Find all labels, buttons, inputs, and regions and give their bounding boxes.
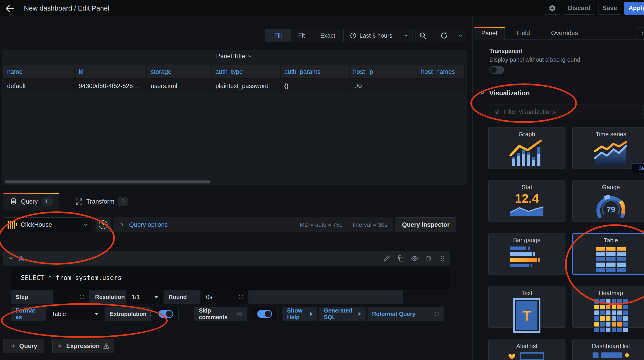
collapse-pane-button[interactable] [636, 27, 644, 39]
skip-comments-text: Skip comments [199, 307, 234, 321]
resolution-select[interactable]: 1/1 [127, 290, 163, 304]
table-icon [573, 247, 644, 272]
stat-sample-value: 12.4 [489, 191, 565, 205]
gauge-icon: 79 [594, 192, 628, 218]
step-row-filler [250, 290, 403, 304]
panel-settings-button[interactable] [545, 1, 560, 15]
info-icon[interactable] [236, 311, 242, 317]
resolution-value: 1/1 [132, 294, 140, 301]
time-range-picker[interactable]: Last 6 hours [346, 29, 412, 42]
options-sidebar: Panel Field Overrides Transparent Displa… [473, 16, 644, 360]
tab-panel[interactable]: Panel [474, 27, 504, 40]
datasource-name: ClickHouse [21, 221, 52, 228]
transform-count-badge: 0 [118, 197, 128, 206]
column-header-storage[interactable]: storage [147, 65, 212, 78]
chevron-down-icon[interactable] [8, 255, 14, 261]
query-actions [383, 255, 446, 262]
viz-card-graph[interactable]: Graph [488, 127, 566, 169]
datasource-help-button[interactable]: ? [96, 217, 111, 232]
show-help-button[interactable]: Show Help [282, 307, 318, 321]
cell-host-ip: ::/0 [350, 78, 418, 93]
generated-sql-button[interactable]: Generated SQL [319, 307, 366, 321]
save-button[interactable]: Save [598, 1, 621, 15]
filter-visualizations-input[interactable] [504, 108, 640, 116]
skip-comments-toggle[interactable] [257, 310, 272, 318]
edit-query-button[interactable] [383, 255, 390, 262]
pencil-icon [383, 255, 390, 262]
delete-query-button[interactable] [425, 255, 432, 262]
tab-overrides[interactable]: Overrides [546, 27, 583, 40]
info-icon[interactable] [434, 311, 440, 317]
refresh-button[interactable] [433, 29, 455, 42]
triangle-right-icon [310, 312, 313, 316]
tab-query[interactable]: Query 1 [4, 193, 59, 210]
exact-mode-button[interactable]: Exact [312, 29, 343, 42]
back-button[interactable] [4, 3, 15, 14]
format-as-select[interactable]: Table [47, 307, 103, 321]
step-input[interactable] [54, 290, 90, 304]
step-label: Step [11, 290, 53, 304]
viz-card-label: Bar gauge [489, 237, 565, 244]
extrapolation-toggle[interactable] [158, 310, 173, 318]
viz-card-alert-list[interactable]: Alert list [488, 339, 566, 360]
max-data-points-text: MD = auto = 751 [300, 221, 342, 228]
column-header-host-names[interactable]: host_names [417, 65, 465, 78]
info-icon[interactable] [238, 294, 244, 300]
query-row-header[interactable]: A [3, 251, 450, 266]
discard-button[interactable]: Discard [563, 1, 595, 15]
drag-dots-icon [439, 255, 446, 262]
column-header-host-ip[interactable]: host_ip [350, 65, 418, 78]
fit-mode-button[interactable]: Fit [291, 29, 312, 42]
add-query-button[interactable]: Query [3, 339, 44, 353]
viz-card-bar-gauge[interactable]: Bar gauge [488, 233, 566, 275]
cell-host-names [417, 78, 465, 93]
info-icon[interactable] [79, 294, 85, 300]
datasource-picker[interactable]: ClickHouse [3, 217, 93, 232]
generated-sql-text: Generated SQL [324, 307, 357, 321]
apply-button[interactable]: Apply [624, 1, 644, 15]
add-query-label: Query [19, 343, 37, 350]
reformat-query-button[interactable]: Reformat Query [368, 307, 444, 321]
chevron-right-icon[interactable] [120, 222, 125, 227]
transparent-toggle[interactable] [490, 66, 504, 74]
drag-handle[interactable] [439, 255, 446, 262]
text-icon: T [489, 298, 565, 333]
horizontal-scrollbar[interactable] [5, 180, 210, 183]
triangle-right-icon [358, 312, 361, 316]
toggle-visibility-button[interactable] [411, 255, 418, 262]
column-header-id[interactable]: id [75, 65, 147, 78]
cell-auth-params: {} [281, 78, 350, 93]
clickhouse-logo-icon [8, 221, 17, 229]
viz-card-time-series[interactable]: Time series Beta [572, 127, 644, 169]
sql-editor[interactable]: SELECT * from system.users [11, 268, 450, 291]
refresh-interval-dropdown[interactable] [455, 29, 466, 42]
viz-card-stat[interactable]: Stat 12.4 [488, 180, 566, 222]
cell-id: 94309d50-4f52-525… [75, 78, 147, 93]
column-header-auth-type[interactable]: auth_type [212, 65, 281, 78]
visualization-section-header[interactable]: Visualization [479, 89, 530, 97]
column-header-name[interactable]: name [4, 65, 75, 78]
duplicate-query-button[interactable] [397, 255, 404, 262]
fill-mode-button[interactable]: Fill [265, 29, 291, 42]
chevron-down-icon [479, 90, 485, 97]
tab-transform[interactable]: Transform 0 [69, 193, 134, 210]
zoom-out-time-button[interactable] [415, 29, 430, 42]
query-inspector-button[interactable]: Query inspector [396, 217, 456, 232]
viz-card-gauge[interactable]: Gauge 79 [572, 180, 644, 222]
plus-icon [57, 343, 63, 349]
round-input[interactable]: 0s [201, 290, 248, 304]
viz-card-text[interactable]: Text T [488, 286, 566, 328]
panel-title-menu[interactable]: Panel Title [2, 50, 467, 62]
text-icon-letter: T [522, 308, 531, 324]
query-step-row: Step Resolution 1/1 Round 0s [0, 290, 468, 304]
alert-list-icon [507, 352, 546, 360]
panel-size-mode-group: Fill Fit Exact [265, 29, 344, 42]
tab-field[interactable]: Field [510, 27, 537, 40]
query-options-toggle[interactable]: Query options [129, 221, 168, 228]
viz-card-table[interactable]: Table [572, 233, 644, 275]
add-expression-button[interactable]: Expression [52, 339, 114, 353]
viz-card-heatmap[interactable]: Heatmap [572, 286, 644, 328]
column-header-auth-params[interactable]: auth_params [281, 65, 350, 78]
heart-icon [507, 352, 516, 360]
viz-card-dashboard-list[interactable]: Dashboard list [572, 339, 644, 360]
